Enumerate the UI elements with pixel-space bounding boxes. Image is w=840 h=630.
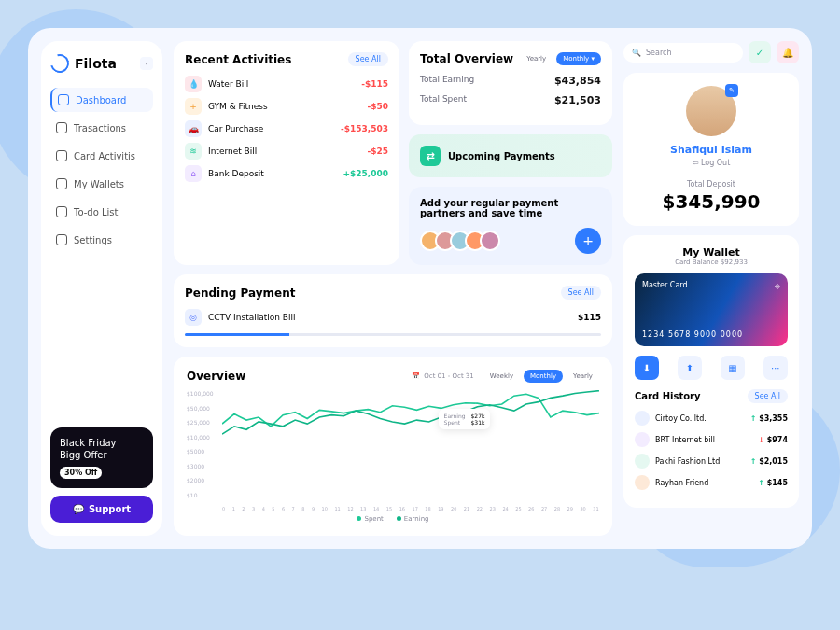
- nav-icon: [56, 150, 67, 161]
- activity-amount: -$50: [367, 102, 388, 111]
- earning-label: Total Earning: [420, 75, 474, 87]
- action-receive-button[interactable]: ⬆: [678, 356, 702, 380]
- overview-yearly[interactable]: Yearly: [567, 370, 599, 383]
- main-column: Recent Activities See All 💧Water Bill-$1…: [174, 41, 612, 536]
- app-window: Filota ‹ DashboardTrasactionsCard Activi…: [28, 28, 812, 549]
- support-label: Support: [89, 504, 131, 514]
- history-label: Rayhan Friend: [655, 479, 708, 487]
- edit-avatar-icon[interactable]: ✎: [725, 84, 738, 97]
- activity-amount: +$25,000: [343, 169, 388, 178]
- recent-title: Recent Activities: [185, 53, 291, 66]
- activity-row[interactable]: 💧Water Bill-$115: [185, 76, 388, 92]
- activity-icon: 💧: [185, 76, 202, 92]
- inbox-icon-button[interactable]: ✓: [749, 41, 771, 63]
- overview-monthly[interactable]: Monthly: [524, 370, 563, 383]
- recent-see-all-button[interactable]: See All: [348, 52, 388, 66]
- history-amount: ↑ $145: [758, 479, 788, 487]
- user-name: Shafiqul Islam: [637, 144, 786, 156]
- logo-icon: [47, 50, 72, 76]
- action-stats-button[interactable]: ▦: [721, 356, 745, 380]
- history-see-all-button[interactable]: See All: [748, 389, 788, 403]
- deposit-value: $345,990: [637, 190, 786, 213]
- topbar: 🔍 Search ✓ 🔔: [623, 41, 799, 63]
- pending-payment-card: Pending Payment See All ◎ CCTV Installat…: [174, 274, 612, 347]
- logout-link[interactable]: ⇦ Log Out: [637, 159, 786, 167]
- support-button[interactable]: 💬 Support: [50, 496, 153, 523]
- activity-row[interactable]: ≋Internet Bill-$25: [185, 143, 388, 160]
- sidebar-collapse-button[interactable]: ‹: [140, 57, 153, 70]
- add-partner-button[interactable]: +: [575, 228, 601, 254]
- credit-card[interactable]: Master Card ⎆ 1234 5678 9000 0000: [635, 273, 788, 346]
- avatar: [480, 231, 500, 251]
- deposit-label: Total Deposit: [637, 180, 786, 189]
- wallet-actions: ⬇ ⬆ ▦ ⋯: [635, 356, 788, 380]
- history-title: Card History: [635, 391, 701, 401]
- chart-tooltip: Earning$27k Spent$31k: [439, 409, 491, 429]
- history-row[interactable]: Rayhan Friend↑ $145: [635, 475, 788, 490]
- history-row[interactable]: BRT Internet bill↓ $974: [635, 432, 788, 447]
- activity-label: Bank Deposit: [208, 169, 264, 178]
- nav-icon: [58, 94, 69, 105]
- activity-row[interactable]: +GYM & Fitness-$50: [185, 98, 388, 115]
- promo-line1: Black Friday: [60, 437, 144, 449]
- upcoming-payments-banner[interactable]: ⇄ Upcoming Payments: [409, 134, 612, 177]
- activity-row[interactable]: 🚗Car Purchase-$153,503: [185, 120, 388, 137]
- history-label: BRT Internet bill: [655, 436, 715, 444]
- sidebar: Filota ‹ DashboardTrasactionsCard Activi…: [41, 41, 162, 536]
- upcoming-icon: ⇄: [420, 146, 441, 166]
- overview-date-range[interactable]: 📅 Oct 01 - Oct 31: [412, 372, 473, 380]
- history-row[interactable]: Cirtoy Co. ltd.↑ $3,355: [635, 411, 788, 426]
- pending-item-amount: $115: [578, 313, 601, 322]
- nav: DashboardTrasactionsCard ActivitisMy Wal…: [50, 88, 153, 418]
- notifications-icon-button[interactable]: 🔔: [777, 41, 799, 63]
- recent-activities-card: Recent Activities See All 💧Water Bill-$1…: [174, 41, 399, 265]
- period-monthly[interactable]: Monthly ▾: [556, 52, 601, 65]
- action-send-button[interactable]: ⬇: [635, 356, 659, 380]
- activity-row[interactable]: ⌂Bank Deposit+$25,000: [185, 165, 388, 182]
- history-amount: ↑ $2,015: [750, 457, 788, 466]
- pending-item-label: CCTV Installation Bill: [208, 313, 295, 322]
- pending-title: Pending Payment: [185, 287, 295, 300]
- sidebar-item-dashboard[interactable]: Dashboard: [50, 88, 153, 112]
- nav-label: Card Activitis: [74, 151, 135, 161]
- right-column: 🔍 Search ✓ 🔔 ✎ Shafiqul Islam ⇦ Log Out …: [623, 41, 799, 536]
- wallet-title: My Wallet: [635, 246, 788, 259]
- activity-label: Car Purchase: [208, 124, 263, 133]
- nav-label: Dashboard: [76, 95, 126, 105]
- search-placeholder: Search: [646, 49, 671, 57]
- activity-amount: -$25: [367, 147, 388, 156]
- nav-label: My Wallets: [74, 179, 124, 189]
- sidebar-item-my-wallets[interactable]: My Wallets: [50, 172, 153, 196]
- period-yearly[interactable]: Yearly: [520, 52, 553, 65]
- pending-see-all-button[interactable]: See All: [561, 286, 601, 300]
- action-more-button[interactable]: ⋯: [763, 356, 788, 380]
- search-icon: 🔍: [632, 49, 641, 57]
- activity-label: GYM & Fitness: [208, 102, 268, 111]
- history-icon: [635, 454, 650, 469]
- overview-weekly[interactable]: Weekly: [483, 370, 520, 383]
- promo-line2: Bigg Offer: [60, 449, 144, 461]
- activity-label: Water Bill: [208, 79, 248, 89]
- history-row[interactable]: Pakhi Fashion Ltd.↑ $2,015: [635, 454, 788, 469]
- partners-card: Add your regular payment partners and sa…: [409, 187, 612, 265]
- spent-value: $21,503: [554, 94, 601, 106]
- search-input[interactable]: 🔍 Search: [623, 43, 743, 63]
- sidebar-item-trasactions[interactable]: Trasactions: [50, 116, 153, 140]
- spent-label: Total Spent: [420, 94, 467, 106]
- sidebar-item-settings[interactable]: Settings: [50, 228, 153, 252]
- activity-label: Internet Bill: [208, 147, 257, 156]
- history-icon: [635, 475, 650, 490]
- activity-icon: +: [185, 98, 202, 115]
- user-avatar[interactable]: ✎: [686, 86, 736, 136]
- earning-value: $43,854: [554, 75, 601, 87]
- activity-amount: -$153,503: [341, 124, 388, 133]
- pending-item-icon: ◎: [185, 309, 202, 326]
- promo-banner[interactable]: Black Friday Bigg Offer 30% Off: [50, 427, 153, 488]
- pending-progress: [185, 333, 601, 336]
- promo-discount: 30% Off: [60, 467, 102, 479]
- sidebar-item-to-do-list[interactable]: To-do List: [50, 200, 153, 224]
- activity-icon: ⌂: [185, 165, 202, 182]
- total-overview-card: Total Overview Yearly Monthly ▾ Total Ea…: [409, 41, 612, 125]
- upcoming-label: Upcoming Payments: [448, 151, 555, 161]
- sidebar-item-card-activitis[interactable]: Card Activitis: [50, 144, 153, 168]
